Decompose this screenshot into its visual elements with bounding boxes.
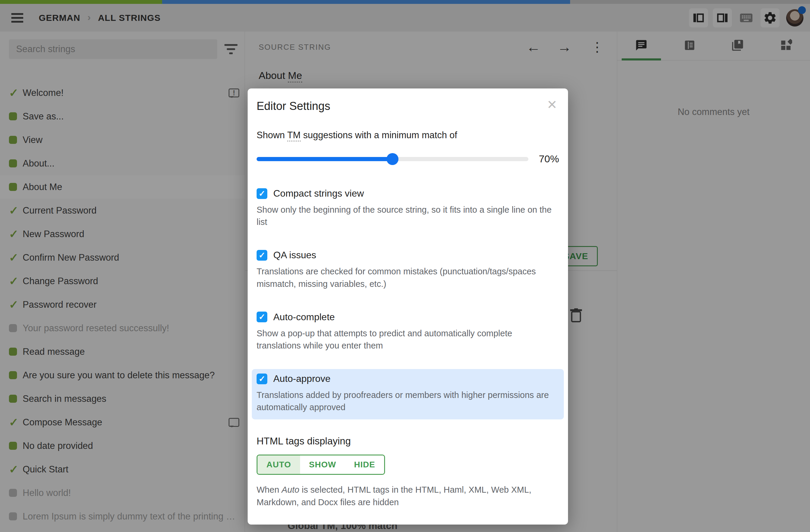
section-description: Show a pop-up that attempts to predict a…	[257, 327, 557, 352]
html-tags-option-hide[interactable]: HIDE	[345, 455, 384, 474]
html-tags-option-auto[interactable]: AUTO	[258, 455, 300, 474]
html-tags-toggle: AUTOSHOWHIDE	[257, 454, 385, 475]
checkbox-label[interactable]: Auto-approve	[273, 373, 330, 384]
html-tags-option-show[interactable]: SHOW	[300, 455, 345, 474]
checkbox-row[interactable]: ✓Auto-complete	[257, 312, 559, 322]
settings-section: ✓Compact strings viewShow only the begin…	[252, 184, 564, 234]
checkbox-checked-icon[interactable]: ✓	[257, 312, 267, 322]
checkbox-checked-icon[interactable]: ✓	[257, 250, 267, 261]
tm-slider-label: Shown TM suggestions with a minimum matc…	[257, 130, 559, 140]
checkbox-row[interactable]: ✓QA issues	[257, 250, 559, 261]
tm-term: TM	[287, 130, 301, 142]
checkbox-checked-icon[interactable]: ✓	[257, 188, 267, 199]
checkbox-label[interactable]: Compact strings view	[273, 188, 364, 199]
modal-sections: ✓Compact strings viewShow only the begin…	[257, 184, 559, 419]
save-button[interactable]: SAVE	[460, 519, 491, 525]
checkbox-label[interactable]: QA issues	[273, 250, 316, 261]
section-description: Translations are checked for common mist…	[257, 265, 557, 290]
checkbox-label[interactable]: Auto-complete	[273, 312, 335, 322]
close-icon[interactable]: ✕	[545, 97, 559, 112]
html-tags-title: HTML tags displaying	[257, 435, 559, 447]
slider-fill	[257, 157, 392, 161]
settings-section: ✓QA issuesTranslations are checked for c…	[252, 246, 564, 296]
settings-section: ✓Auto-approveTranslations added by proof…	[252, 369, 564, 419]
editor-app: GERMAN › ALL STRINGS	[0, 0, 810, 532]
slider-value: 70%	[539, 153, 559, 165]
slider-thumb[interactable]	[387, 153, 399, 165]
modal-title: Editor Settings	[257, 97, 330, 113]
section-description: Translations added by proofreaders or me…	[257, 389, 557, 413]
html-tags-description: When Auto is selected, HTML tags in the …	[257, 484, 557, 508]
checkbox-row[interactable]: ✓Auto-approve	[257, 373, 559, 384]
checkbox-checked-icon[interactable]: ✓	[257, 373, 267, 384]
editor-settings-modal: Editor Settings ✕ Shown TM suggestions w…	[248, 88, 568, 525]
settings-section: ✓Auto-completeShow a pop-up that attempt…	[252, 307, 564, 358]
section-description: Show only the beginning of the source st…	[257, 204, 557, 228]
checkbox-row[interactable]: ✓Compact strings view	[257, 188, 559, 199]
tm-match-slider[interactable]	[257, 157, 529, 161]
cancel-button[interactable]: CANCEL	[510, 519, 556, 525]
